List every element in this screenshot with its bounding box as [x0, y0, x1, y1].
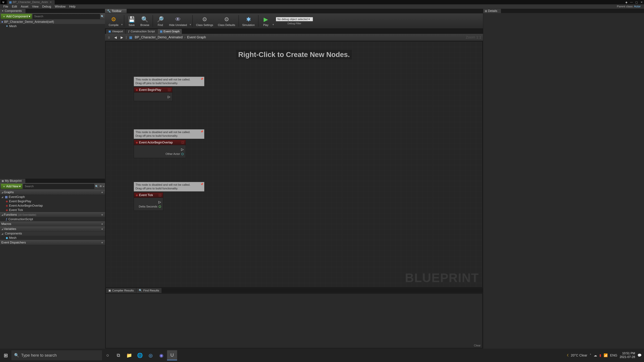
add-graph-icon[interactable]: ＋	[100, 190, 104, 194]
category-dispatchers[interactable]: Event Dispatchers＋	[0, 240, 105, 245]
home-icon[interactable]: ⌂	[107, 35, 111, 40]
editor-tab[interactable]: ▦ BP_Character_Demo_Anim ×	[8, 0, 55, 4]
add-function-icon[interactable]: ＋	[100, 213, 104, 217]
breadcrumb-leaf[interactable]: Event Graph	[187, 35, 206, 39]
tab-construction-script[interactable]: ƒConstruction Script	[126, 29, 157, 34]
menu-edit[interactable]: Edit	[10, 4, 19, 9]
onedrive-icon[interactable]: ☁	[594, 353, 597, 357]
tab-event-graph[interactable]: ▦Event Graph	[158, 29, 182, 34]
add-component-button[interactable]: ＋ Add Component ▾	[1, 13, 32, 19]
pin-icon[interactable]: 📌	[200, 130, 203, 133]
node-event-beginplay[interactable]: This node is disabled and will not be ca…	[134, 77, 204, 101]
app-icon[interactable]: ◎	[146, 350, 156, 360]
unreal-icon[interactable]: U	[167, 350, 177, 360]
browse-button[interactable]: 🔍Browse	[138, 14, 151, 27]
play-button[interactable]: ▶Play	[260, 14, 272, 27]
chevron-down-icon[interactable]: ▾	[272, 23, 274, 26]
data-output-pin[interactable]	[181, 153, 184, 155]
myblueprint-tab[interactable]: ▦ My Blueprint	[0, 179, 25, 183]
menu-window[interactable]: Window	[53, 4, 67, 9]
exec-output-pin[interactable]: ▷	[181, 147, 184, 151]
clear-button[interactable]: Clear	[474, 344, 481, 347]
notifications-icon[interactable]: 💬	[638, 353, 642, 357]
maximize-icon[interactable]: ▢	[634, 0, 639, 4]
exec-output-pin[interactable]: ▷	[158, 200, 161, 204]
exec-output-pin[interactable]: ▷	[168, 95, 170, 99]
event-beginplay-row[interactable]: ◈Event BeginPlay	[0, 199, 105, 203]
parent-class-link[interactable]: Actor	[634, 5, 641, 8]
add-variable-icon[interactable]: ＋	[100, 227, 104, 231]
chevron-down-icon[interactable]: ▾	[190, 23, 191, 26]
breadcrumb-root[interactable]: BP_Character_Demo_Animated	[135, 35, 183, 39]
node-event-actorbeginoverlap[interactable]: This node is disabled and will not be ca…	[134, 129, 204, 158]
debug-object-dropdown[interactable]: No debug object selected ▾	[276, 17, 313, 21]
hide-unrelated-button[interactable]: 👁Hide Unrelated	[167, 14, 189, 27]
taskbar-search-input[interactable]: 🔍 Type here to search	[12, 350, 102, 360]
myblueprint-search-input[interactable]: Search	[23, 184, 94, 189]
nav-forward-icon[interactable]: ▶	[120, 35, 124, 40]
components-search-input[interactable]: Search	[33, 14, 100, 19]
tab-viewport[interactable]: ▣Viewport	[106, 29, 126, 34]
toolbar-tab[interactable]: 🔧Toolbar	[105, 9, 126, 13]
components-tab[interactable]: ✦ Components	[0, 9, 26, 13]
category-variables[interactable]: ◢Variables＋	[0, 226, 105, 231]
add-dispatcher-icon[interactable]: ＋	[100, 241, 104, 245]
chevron-down-icon[interactable]: ▾	[103, 185, 104, 188]
tab-find-results[interactable]: 🔍Find Results	[136, 288, 161, 293]
menu-file[interactable]: File	[2, 4, 10, 9]
event-graph-canvas[interactable]: Right-Click to Create New Nodes. BLUEPRI…	[105, 41, 483, 288]
category-functions[interactable]: ◢Functions(18 Overridable)＋	[0, 212, 105, 217]
class-settings-button[interactable]: ⚙Class Settings	[194, 14, 215, 27]
cortana-icon[interactable]: ○	[103, 350, 113, 360]
find-button[interactable]: 🔎Find	[154, 14, 166, 27]
class-defaults-button[interactable]: ⚙Class Defaults	[216, 14, 237, 27]
details-tab[interactable]: ▤Details	[483, 9, 501, 13]
start-button[interactable]: ⊞	[1, 350, 11, 360]
discord-icon[interactable]: ◉	[156, 350, 166, 360]
language-indicator[interactable]: ENG	[610, 354, 617, 357]
node-delegate-icon[interactable]: ▢	[159, 194, 161, 196]
add-macro-icon[interactable]: ＋	[100, 222, 104, 226]
defaults-icon: ⚙	[222, 15, 230, 23]
minimize-icon[interactable]: —	[629, 0, 634, 4]
tray-icon[interactable]: ▮	[600, 353, 601, 357]
pin-icon[interactable]: 📌	[200, 77, 203, 80]
event-tick-row[interactable]: ◈Event Tick	[0, 208, 105, 212]
constructionscript-row[interactable]: ƒConstructionScript	[0, 217, 105, 221]
category-graphs[interactable]: ◢Graphs＋	[0, 190, 105, 195]
source-control-icon[interactable]: ◆	[624, 0, 629, 4]
node-delegate-icon[interactable]: ▢	[168, 88, 170, 91]
event-actorbeginoverlap-row[interactable]: ◈Event ActorBeginOverlap	[0, 203, 105, 208]
chrome-icon[interactable]: 🌐	[135, 350, 145, 360]
tab-compiler-results[interactable]: ▣Compiler Results	[106, 288, 136, 293]
simulation-button[interactable]: ✱Simulation	[240, 14, 257, 27]
close-window-icon[interactable]: ✕	[639, 0, 644, 4]
data-output-pin[interactable]	[159, 205, 161, 208]
variables-components-row[interactable]: ◢Components	[0, 231, 105, 236]
pin-icon[interactable]: 📌	[200, 183, 203, 186]
variable-mesh-row[interactable]: ◆Mesh	[0, 236, 105, 240]
compile-button[interactable]: ⚙Compile	[107, 14, 120, 27]
add-new-button[interactable]: ＋ Add New ▾	[1, 184, 22, 189]
menu-view[interactable]: View	[30, 4, 40, 9]
menu-debug[interactable]: Debug	[40, 4, 53, 9]
network-icon[interactable]: 📶	[604, 353, 608, 357]
weather-widget[interactable]: ☾ 20°C Clear	[567, 353, 587, 357]
task-view-icon[interactable]: ⧉	[113, 350, 124, 360]
nav-back-icon[interactable]: ◀	[113, 35, 118, 40]
chevron-down-icon[interactable]: ▾	[121, 23, 122, 26]
view-options-icon[interactable]: 👁	[99, 185, 102, 188]
menu-asset[interactable]: Asset	[19, 4, 30, 9]
category-macros[interactable]: Macros＋	[0, 221, 105, 226]
tray-chevron-icon[interactable]: ˄	[590, 353, 591, 357]
save-button[interactable]: 💾Save	[126, 14, 138, 27]
eventgraph-row[interactable]: ◢▦EventGraph	[0, 195, 105, 199]
node-delegate-icon[interactable]: ▢	[181, 141, 184, 144]
menu-help[interactable]: Help	[68, 4, 77, 9]
node-event-tick[interactable]: This node is disabled and will not be ca…	[134, 182, 204, 211]
close-icon[interactable]: ×	[50, 0, 52, 4]
component-root-row[interactable]: ● BP_Character_Demo_Animated(self)	[0, 20, 105, 24]
file-explorer-icon[interactable]: 📁	[124, 350, 134, 360]
component-mesh-row[interactable]: ✦ Mesh	[0, 24, 105, 28]
taskbar-clock[interactable]: 10:51 PM 2021-07-28	[620, 352, 635, 359]
